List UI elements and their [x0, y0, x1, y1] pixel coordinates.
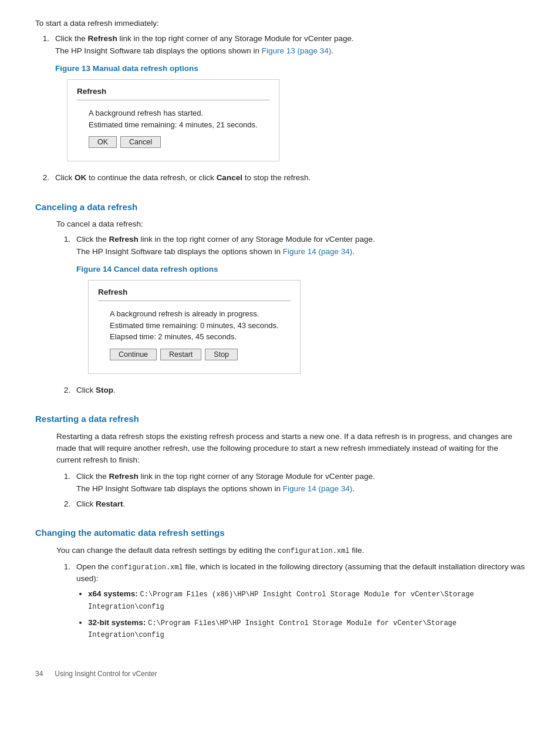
step1-bold: Refresh	[88, 34, 117, 43]
cancel-section-heading: Canceling a data refresh	[35, 201, 525, 214]
restart-step1-rest: link in the top right corner of any Stor…	[139, 472, 375, 481]
restart-step1-text: Click the	[76, 472, 109, 481]
cancel-to-cancel: To cancel a data refresh:	[56, 218, 525, 230]
figure13-link[interactable]: Figure 13 (page 34)	[262, 46, 332, 55]
cancel-step1-rest: link in the top right corner of any Stor…	[139, 235, 375, 244]
cancel-step2-rest: .	[113, 386, 116, 394]
bullet-32bit: 32-bit systems: C:\Program Files\HP\HP I…	[88, 617, 525, 641]
restart-step1-content: Click the Refresh link in the top right …	[76, 471, 525, 495]
restart-step1-sub2: .	[352, 484, 355, 493]
figure13-box-title: Refresh	[77, 86, 269, 100]
step-number: 1.	[56, 471, 70, 495]
auto-refresh-body: You can change the default data refresh …	[56, 545, 525, 556]
bullet-x64-prefix: x64 systems:	[88, 589, 140, 598]
figure13-container: Figure 13 Manual data refresh options Re…	[55, 63, 525, 168]
step-number: 2.	[56, 384, 70, 396]
restart-body: Restarting a data refresh stops the exis…	[56, 431, 525, 467]
restart-step2-bold: Restart	[96, 499, 123, 508]
auto-refresh-steps: 1. Open the configuration.xml file, whic…	[56, 561, 525, 646]
figure14-line2: Estimated time remaining: 0 minutes, 43 …	[110, 320, 279, 332]
cancel-steps: 1. Click the Refresh link in the top rig…	[56, 234, 525, 396]
figure14-line3: Elapsed time: 2 minutes, 45 seconds.	[110, 331, 279, 343]
page-label: Using Insight Control for vCenter	[55, 669, 157, 679]
figure14-box-body: A background refresh is already in progr…	[98, 306, 291, 365]
intro-text: To start a data refresh immediately:	[35, 18, 525, 29]
figure13-box: Refresh A background refresh has started…	[67, 79, 279, 161]
figure14-box: Refresh A background refresh is already …	[88, 280, 301, 374]
figure13-box-body: A background refresh has started. Estima…	[77, 105, 269, 153]
step-number: 1.	[56, 561, 70, 646]
page-footer: 34 Using Insight Control for vCenter	[35, 669, 525, 679]
figure14-title: Figure 14 Cancel data refresh options	[76, 264, 525, 275]
figure14-restart-button[interactable]: Restart	[160, 349, 201, 360]
auto-refresh-body-code: configuration.xml	[278, 547, 349, 555]
figure13-ok-button[interactable]: OK	[89, 136, 117, 148]
cancel-step2: 2. Click Stop.	[56, 384, 525, 396]
step2-rest: to stop the refresh.	[242, 173, 311, 182]
figure13-cancel-button[interactable]: Cancel	[120, 136, 161, 148]
restart-section-heading: Restarting a data refresh	[35, 413, 525, 426]
restart-step1-bold: Refresh	[109, 472, 139, 481]
step2-mid: to continue the data refresh, or click	[86, 173, 216, 182]
cancel-step1-content: Click the Refresh link in the top right …	[76, 234, 525, 380]
restart-step1-sub: The HP Insight Software tab displays the…	[76, 484, 283, 493]
auto-refresh-body-pre: You can change the default data refresh …	[56, 546, 278, 555]
auto-refresh-heading: Changing the automatic data refresh sett…	[35, 526, 525, 540]
figure14-continue-button[interactable]: Continue	[110, 349, 157, 360]
auto-refresh-body-post: file.	[349, 546, 364, 555]
step2-text: Click	[55, 173, 75, 182]
step-number: 2.	[35, 172, 49, 184]
restart-step2-content: Click Restart.	[76, 498, 525, 510]
step-number: 2.	[56, 498, 70, 510]
step-number: 1.	[56, 234, 70, 380]
figure14-stop-button[interactable]: Stop	[205, 349, 238, 360]
cancel-step1-text: Click the	[76, 235, 109, 244]
cancel-step2-bold: Stop	[96, 386, 113, 394]
figure13-buttons: OK Cancel	[89, 136, 258, 148]
step2-bold2: Cancel	[217, 173, 242, 182]
restart-step2-text: Click	[76, 499, 96, 508]
figure14-container: Figure 14 Cancel data refresh options Re…	[76, 264, 525, 380]
restart-step1: 1. Click the Refresh link in the top rig…	[56, 471, 525, 495]
step1-rest: link in the top right corner of any Stor…	[117, 34, 354, 43]
step1-start-refresh: 1. Click the Refresh link in the top rig…	[35, 33, 525, 167]
cancel-step2-text: Click	[76, 386, 96, 394]
cancel-step1-sub: The HP Insight Software tab displays the…	[76, 247, 283, 256]
restart-step2-rest: .	[123, 499, 126, 508]
figure14-line1: A background refresh is already in progr…	[110, 308, 279, 320]
figure14-box-title: Refresh	[98, 286, 291, 301]
restart-step2: 2. Click Restart.	[56, 498, 525, 510]
figure13-title: Figure 13 Manual data refresh options	[55, 63, 525, 75]
page-number: 34	[35, 669, 43, 679]
figure14-link2[interactable]: Figure 14 (page 34)	[283, 484, 353, 493]
step2-start-refresh: 2. Click OK to continue the data refresh…	[35, 172, 525, 184]
cancel-step1-bold: Refresh	[109, 235, 139, 244]
auto-step1-content: Open the configuration.xml file, which i…	[76, 561, 525, 646]
step1-content: Click the Refresh link in the top right …	[55, 33, 525, 167]
cancel-step2-content: Click Stop.	[76, 384, 525, 396]
cancel-step1-sub2: .	[352, 247, 355, 256]
auto-step1-pre: Open the	[76, 562, 111, 571]
step1-text: Click the	[55, 34, 88, 43]
step-number: 1.	[35, 33, 49, 167]
figure13-line2: Estimated time remaining: 4 minutes, 21 …	[89, 119, 258, 131]
bullet-x64-code: C:\Program Files (x86)\HP\HP Insight Con…	[88, 590, 474, 610]
step2-bold1: OK	[75, 173, 86, 182]
cancel-step1: 1. Click the Refresh link in the top rig…	[56, 234, 525, 380]
figure13-line1: A background refresh has started.	[89, 107, 258, 119]
auto-bullets: x64 systems: C:\Program Files (x86)\HP\H…	[88, 588, 525, 640]
restart-steps: 1. Click the Refresh link in the top rig…	[56, 471, 525, 510]
bullet-32bit-prefix: 32-bit systems:	[88, 618, 148, 627]
step1-sub: The HP Insight Software tab displays the…	[55, 46, 262, 55]
bullet-x64: x64 systems: C:\Program Files (x86)\HP\H…	[88, 588, 525, 612]
auto-step1: 1. Open the configuration.xml file, whic…	[56, 561, 525, 646]
step2-content: Click OK to continue the data refresh, o…	[55, 172, 525, 184]
figure14-buttons: Continue Restart Stop	[110, 349, 279, 360]
step1-sub2: .	[331, 46, 333, 55]
auto-step1-code: configuration.xml	[111, 563, 183, 572]
figure14-link[interactable]: Figure 14 (page 34)	[283, 247, 353, 256]
